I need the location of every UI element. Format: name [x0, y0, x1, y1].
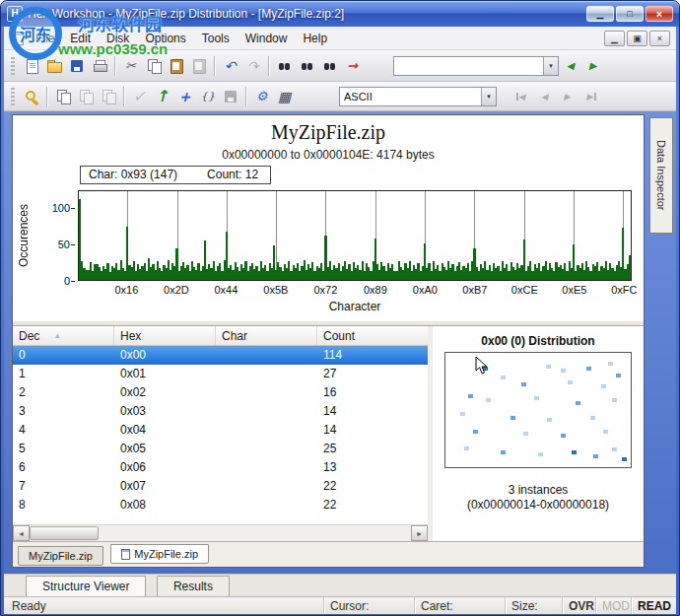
- distribution-point: [561, 434, 566, 438]
- data-inspector-tab[interactable]: Data Inspector: [649, 117, 673, 234]
- x-tick-label: 0xCE: [511, 284, 538, 296]
- titlebar[interactable]: H Hex Workshop - MyZipFile.zip Distribut…: [1, 1, 679, 27]
- insert-icon: [177, 89, 193, 104]
- export-button[interactable]: [151, 85, 173, 108]
- previous-bookmark-button[interactable]: [559, 54, 581, 78]
- toolbar-separator: [123, 87, 124, 106]
- distribution-point: [590, 416, 595, 420]
- status-ovr-indicator[interactable]: OVR: [562, 597, 595, 614]
- menu-item-edit[interactable]: Edit: [62, 28, 99, 49]
- goto-button[interactable]: [341, 54, 364, 78]
- paste-button[interactable]: [165, 54, 187, 78]
- table-cell: 6: [13, 458, 114, 477]
- mdi-close-button[interactable]: ×: [649, 31, 670, 46]
- options-gear-button[interactable]: [250, 85, 273, 108]
- menu-item-tools[interactable]: Tools: [194, 28, 238, 49]
- table-row[interactable]: 80x0822: [13, 496, 428, 514]
- copy-button[interactable]: [142, 54, 165, 78]
- menu-item-help[interactable]: Help: [295, 28, 335, 49]
- status-cursor-label: Cursor:: [323, 597, 414, 614]
- structures-button[interactable]: [196, 85, 219, 108]
- table-row[interactable]: 20x0216: [13, 383, 428, 402]
- scroll-right-button[interactable]: ►: [411, 525, 428, 541]
- nav-last-button[interactable]: [578, 85, 601, 108]
- print-button[interactable]: [88, 54, 110, 78]
- undo-button[interactable]: [219, 54, 241, 78]
- mdi-restore-button[interactable]: ▣: [627, 31, 647, 46]
- distribution-point: [572, 450, 577, 454]
- distribution-map[interactable]: [444, 352, 632, 468]
- encoding-select[interactable]: ASCII ▼: [339, 87, 497, 106]
- scrollbar-track[interactable]: [99, 525, 411, 541]
- mdi-minimize-button[interactable]: ▁: [604, 31, 625, 46]
- search-combo[interactable]: ▼: [393, 56, 559, 76]
- toolbar-grip[interactable]: [11, 57, 15, 75]
- menu-item-file[interactable]: File: [28, 28, 62, 49]
- table-row[interactable]: 40x0414: [13, 421, 428, 440]
- column-header-hex[interactable]: Hex: [114, 326, 216, 345]
- table-row[interactable]: 70x0722: [13, 477, 428, 496]
- distribution-instances: 3 instances: [433, 483, 644, 497]
- status-read-indicator[interactable]: READ: [631, 597, 676, 614]
- scrollbar-thumb[interactable]: [30, 526, 99, 540]
- nav-first-button[interactable]: [510, 85, 533, 108]
- find-backward-button[interactable]: [318, 54, 341, 78]
- table-row[interactable]: 10x0127: [13, 365, 428, 383]
- nav-previous-icon: [537, 89, 553, 104]
- redo-button[interactable]: [241, 54, 264, 78]
- table-cell: 14: [317, 402, 428, 421]
- next-bookmark-icon: [585, 58, 601, 74]
- paste-special-button[interactable]: [187, 54, 210, 78]
- column-header-char[interactable]: Char: [216, 326, 317, 345]
- distribution-point: [501, 450, 506, 454]
- nav-last-icon: [582, 89, 598, 104]
- table-row[interactable]: 30x0314: [13, 402, 428, 421]
- sort-ascending-icon: ▲: [53, 331, 61, 340]
- insert-button[interactable]: [173, 85, 196, 108]
- compare-prev-button[interactable]: [97, 85, 119, 108]
- tab-structure-viewer[interactable]: Structure Viewer: [26, 576, 146, 598]
- table-row[interactable]: 00x00114: [13, 346, 428, 365]
- chevron-down-icon[interactable]: ▼: [481, 88, 496, 105]
- find-forward-button[interactable]: [296, 54, 318, 78]
- tools-button[interactable]: [20, 85, 42, 108]
- tab-results[interactable]: Results: [157, 576, 230, 598]
- minimize-button[interactable]: ▁: [586, 6, 614, 22]
- table-row[interactable]: 60x0613: [13, 458, 428, 477]
- menu-item-disk[interactable]: Disk: [99, 28, 137, 49]
- histogram-plot[interactable]: [78, 190, 632, 281]
- cut-button[interactable]: [119, 54, 142, 78]
- doc-tab-myzipfile-1[interactable]: MyZipFile.zip: [18, 546, 103, 566]
- menu-item-window[interactable]: Window: [238, 28, 296, 49]
- chevron-down-icon[interactable]: ▼: [543, 57, 558, 75]
- calculator-button[interactable]: [273, 85, 296, 108]
- find-button[interactable]: [273, 54, 296, 78]
- maximize-button[interactable]: □: [616, 6, 644, 22]
- save-view-button[interactable]: [219, 85, 241, 108]
- compare-next-button[interactable]: [74, 85, 97, 108]
- toolbar-grip[interactable]: [11, 88, 15, 105]
- save-button[interactable]: [65, 54, 88, 78]
- table-row[interactable]: 50x0525: [13, 440, 428, 458]
- scroll-left-button[interactable]: ◄: [13, 525, 30, 541]
- search-input[interactable]: [394, 58, 543, 74]
- compare-button[interactable]: [51, 85, 74, 108]
- table-cell: 27: [317, 365, 428, 383]
- checksum-button[interactable]: [128, 85, 151, 108]
- open-folder-button[interactable]: [42, 54, 65, 78]
- distribution-range: (0x00000014-0x00000018): [433, 498, 644, 512]
- column-header-count[interactable]: Count: [317, 326, 428, 345]
- menu-item-options[interactable]: Options: [137, 28, 193, 49]
- doc-tab-myzipfile-2[interactable]: MyZipFile.zip: [110, 544, 209, 564]
- nav-previous-button[interactable]: [533, 85, 556, 108]
- column-header-dec[interactable]: Dec ▲: [13, 326, 114, 345]
- horizontal-scrollbar[interactable]: ◄ ►: [13, 524, 428, 541]
- status-mod-indicator[interactable]: MOD: [595, 597, 631, 614]
- nav-next-button[interactable]: [556, 85, 578, 108]
- next-bookmark-button[interactable]: [581, 54, 604, 78]
- distribution-point: [612, 447, 617, 451]
- compare-next-icon: [78, 89, 94, 104]
- close-button[interactable]: ×: [646, 6, 673, 22]
- previous-bookmark-icon: [563, 58, 578, 74]
- new-file-button[interactable]: [20, 54, 42, 78]
